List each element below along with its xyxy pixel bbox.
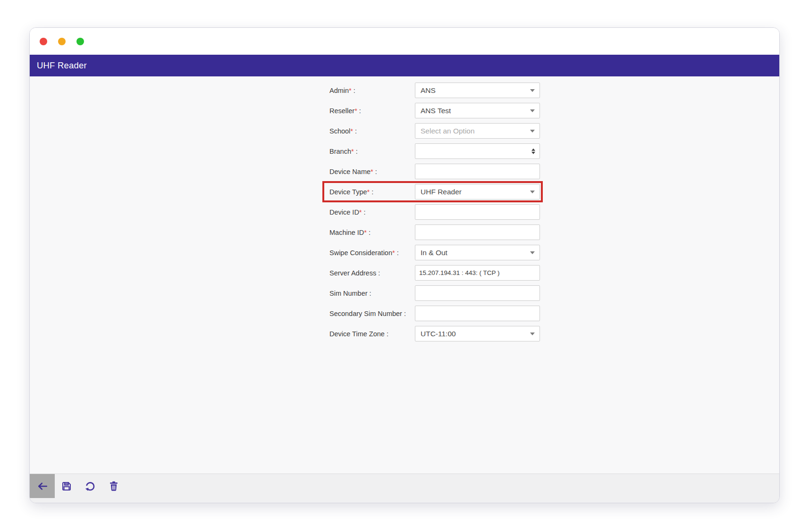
field-label-text: Device Name xyxy=(329,168,371,175)
reset-button[interactable] xyxy=(82,474,98,498)
label-separator: : xyxy=(357,107,361,115)
form-row-device-name: Device Name* : xyxy=(329,164,540,179)
field xyxy=(415,164,540,179)
select-value: In & Out xyxy=(421,249,447,257)
reseller-select[interactable]: ANS Test xyxy=(415,103,540,118)
field-label-text: Device ID xyxy=(329,208,359,216)
chevron-down-icon xyxy=(530,191,535,193)
form-row-branch: Branch* : xyxy=(329,143,540,159)
field: UHF Reader xyxy=(415,184,540,200)
field-label: Branch* : xyxy=(329,148,415,155)
field-label-text: Secondary Sim Number xyxy=(329,310,402,317)
zoom-button[interactable] xyxy=(76,38,84,45)
field-label: Device ID* : xyxy=(329,208,415,216)
chevron-down-icon xyxy=(530,332,535,335)
delete-button[interactable] xyxy=(106,474,122,498)
app-window: UHF Reader Admin* : ANS Reseller* : ANS … xyxy=(29,27,780,503)
field-label: Sim Number : xyxy=(329,290,415,297)
label-separator: : xyxy=(385,330,388,338)
field-label: Secondary Sim Number : xyxy=(329,310,415,317)
field-label-text: Machine ID xyxy=(329,229,364,236)
server-address-input[interactable] xyxy=(415,265,540,281)
field-label-text: Server Address xyxy=(329,269,376,277)
field-label-text: Device Type xyxy=(329,188,367,196)
secondary-sim-number-input[interactable] xyxy=(415,306,540,321)
field: ANS xyxy=(415,83,540,98)
form-row-server-address: Server Address : xyxy=(329,265,540,281)
select-value: ANS xyxy=(421,86,436,95)
field-label-text: Admin xyxy=(329,87,349,94)
form-row-reseller: Reseller* : ANS Test xyxy=(329,103,540,118)
save-button[interactable] xyxy=(59,474,75,498)
chevron-down-icon xyxy=(530,251,535,254)
device-type-select[interactable]: UHF Reader xyxy=(415,184,540,200)
form-row-device-id: Device ID* : xyxy=(329,204,540,220)
field-label: Reseller* : xyxy=(329,107,415,115)
arrow-left-icon xyxy=(36,480,49,493)
label-separator: : xyxy=(353,127,357,135)
field-label-text: Branch xyxy=(329,148,351,155)
label-separator: : xyxy=(367,229,371,236)
field xyxy=(415,306,540,321)
field: Select an Option xyxy=(415,123,540,139)
admin-select[interactable]: ANS xyxy=(415,83,540,98)
select-value: Select an Option xyxy=(421,127,475,135)
page-title: UHF Reader xyxy=(37,60,87,71)
chevron-down-icon xyxy=(530,130,535,133)
school-select[interactable]: Select an Option xyxy=(415,123,540,139)
toolbar xyxy=(30,474,779,503)
chevron-down-icon xyxy=(530,89,535,92)
label-separator: : xyxy=(402,310,406,317)
field-label: Machine ID* : xyxy=(329,229,415,236)
field xyxy=(415,285,540,301)
device-time-zone-select[interactable]: UTC-11:00 xyxy=(415,326,540,341)
minimize-button[interactable] xyxy=(58,38,66,45)
swipe-consideration-select[interactable]: In & Out xyxy=(415,245,540,260)
branch-select[interactable] xyxy=(415,143,540,159)
form-row-school: School* : Select an Option xyxy=(329,123,540,139)
label-separator: : xyxy=(370,188,373,196)
field-label: Device Name* : xyxy=(329,168,415,175)
form-row-admin: Admin* : ANS xyxy=(329,83,540,98)
field-label: Swipe Consideration* : xyxy=(329,249,415,257)
floppy-disk-icon xyxy=(60,480,73,492)
select-value: UHF Reader xyxy=(421,188,462,196)
form-row-secondary-sim-number: Secondary Sim Number : xyxy=(329,306,540,321)
sim-number-input[interactable] xyxy=(415,285,540,301)
field-label-text: Device Time Zone xyxy=(329,330,385,338)
field-label: Admin* : xyxy=(329,87,415,94)
page-header: UHF Reader xyxy=(30,55,779,76)
form-row-sim-number: Sim Number : xyxy=(329,285,540,301)
label-separator: : xyxy=(352,87,355,94)
field-label-text: Swipe Consideration xyxy=(329,249,392,257)
refresh-icon xyxy=(84,480,96,492)
trash-icon xyxy=(108,480,120,492)
field-label-text: School xyxy=(329,127,350,135)
select-value: ANS Test xyxy=(421,107,451,115)
form-row-machine-id: Machine ID* : xyxy=(329,224,540,240)
field-label-text: Sim Number xyxy=(329,290,368,297)
close-button[interactable] xyxy=(40,38,47,45)
form-row-device-time-zone: Device Time Zone : UTC-11:00 xyxy=(329,326,540,341)
field xyxy=(415,224,540,240)
form-row-swipe-consideration: Swipe Consideration* : In & Out xyxy=(329,245,540,260)
device-name-input[interactable] xyxy=(415,164,540,179)
label-separator: : xyxy=(395,249,399,257)
field-label: Device Time Zone : xyxy=(329,330,415,338)
window-titlebar xyxy=(30,28,779,55)
back-button[interactable] xyxy=(30,474,55,498)
select-value: UTC-11:00 xyxy=(421,330,456,338)
form-row-device-type: Device Type* : UHF Reader xyxy=(329,184,540,200)
label-separator: : xyxy=(373,168,377,175)
field-label-text: Reseller xyxy=(329,107,354,115)
field xyxy=(415,143,540,159)
label-separator: : xyxy=(368,290,371,297)
machine-id-input[interactable] xyxy=(415,224,540,240)
device-id-input[interactable] xyxy=(415,204,540,220)
field xyxy=(415,204,540,220)
field-label: Server Address : xyxy=(329,269,415,277)
field: UTC-11:00 xyxy=(415,326,540,341)
label-separator: : xyxy=(362,208,366,216)
label-separator: : xyxy=(376,269,380,277)
field-label: Device Type* : xyxy=(329,188,415,196)
